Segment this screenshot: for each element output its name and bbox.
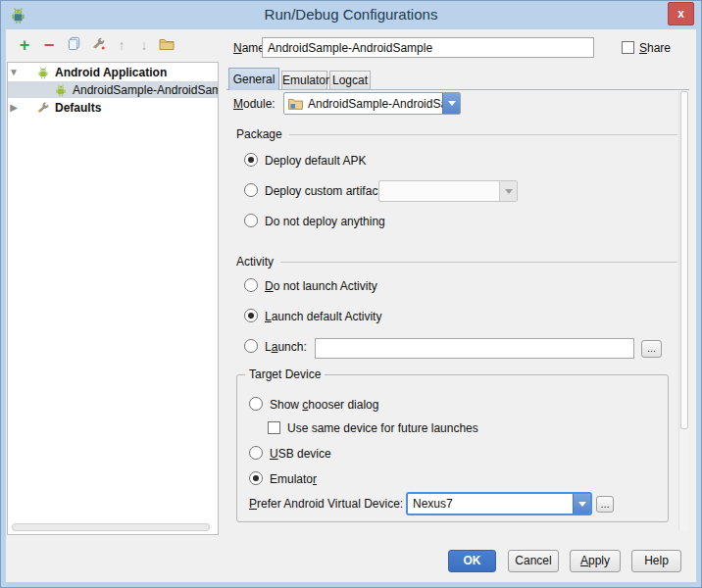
tree-item-defaults[interactable]: ▶ Defaults [8,99,218,116]
separator-line [289,134,677,135]
launch-activity-input[interactable] [315,338,634,359]
android-icon [53,83,68,97]
ellipsis-icon: ... [600,498,609,510]
module-value: AndroidSample-AndroidSample [303,97,442,111]
window-border-right [696,29,701,582]
launch-custom-radio[interactable] [244,339,258,353]
activity-legend: Activity [236,255,274,269]
use-same-device-checkbox[interactable] [268,421,280,434]
tree-scrollbar-thumb[interactable] [12,523,210,531]
avd-dropdown-button[interactable] [573,494,590,514]
remove-icon: − [44,36,55,54]
dialog-title: Run/Debug Configurations [1,6,701,23]
share-checkbox[interactable] [622,41,634,54]
collapse-arrow-icon[interactable]: ▼ [8,67,20,77]
edit-defaults-wrench-icon [91,36,106,54]
tab-strip-divider [226,89,689,90]
android-icon [35,66,50,79]
name-input[interactable] [262,37,594,58]
content-scrollbar-thumb[interactable] [680,91,688,429]
target-device-group: Target Device Show chooser dialog Use sa… [236,374,669,522]
separator-line [280,262,677,263]
window-border-bottom [1,582,701,587]
remove-configuration-button[interactable]: − [39,35,59,55]
module-combobox[interactable]: AndroidSample-AndroidSample [283,92,461,115]
tree-item-label: Defaults [55,101,101,115]
move-up-icon: ↑ [119,38,125,52]
close-icon: x [677,7,684,21]
tree-item-label: AndroidSample-AndroidSample [73,83,218,97]
move-up-button[interactable]: ↑ [112,35,131,55]
launch-activity-browse-button[interactable]: ... [641,340,662,358]
new-folder-button[interactable] [157,35,176,55]
avd-value: Nexus7 [408,497,573,511]
usb-device-radio[interactable] [249,446,263,460]
avd-label: Prefer Android Virtual Device: [249,497,403,511]
launch-default-radio[interactable] [244,309,258,322]
tree-item-androidsample[interactable]: AndroidSample-AndroidSample [8,81,218,98]
ok-button[interactable]: OK [448,550,496,572]
copy-icon [67,36,81,54]
target-device-legend: Target Device [245,368,325,381]
do-not-deploy-radio[interactable] [244,214,258,227]
titlebar[interactable]: Run/Debug Configurations x [1,1,701,29]
module-folder-icon [288,98,303,110]
do-not-launch-radio[interactable] [244,278,258,292]
expand-arrow-icon[interactable]: ▶ [8,102,20,113]
content-vertical-scrollbar[interactable] [678,91,689,530]
run-debug-configurations-dialog: Run/Debug Configurations x + − ↑ [0,0,702,588]
share-label: Share [639,41,671,55]
tree-horizontal-scrollbar[interactable] [12,523,212,531]
deploy-custom-artifact-radio[interactable] [244,183,258,197]
ellipsis-icon: ... [647,342,656,354]
tree-item-label: Android Application [55,66,167,79]
copy-configuration-button[interactable] [64,35,83,55]
activity-section-header: Activity [236,255,677,269]
move-down-button[interactable]: ↓ [134,35,154,55]
deploy-default-apk-radio[interactable] [244,153,258,167]
chevron-down-icon [448,101,456,106]
new-folder-icon [159,37,175,54]
apply-button[interactable]: Apply [570,550,621,572]
package-section-header: Package [236,127,677,141]
wrench-icon [35,101,50,115]
tree-item-android-application[interactable]: ▼ Andro [8,64,218,80]
cancel-button[interactable]: Cancel [508,550,559,572]
tab-logcat[interactable]: Logcat [329,71,371,90]
tab-emulator[interactable]: Emulator [281,71,327,90]
module-label: Module: [233,97,276,111]
configurations-tree: ▼ Andro [7,62,219,535]
chevron-down-icon [505,189,513,194]
avd-combobox[interactable]: Nexus7 [406,492,592,515]
package-legend: Package [236,127,282,141]
chevron-down-icon [578,502,586,507]
custom-artifact-combobox [378,180,518,202]
module-dropdown-button[interactable] [442,93,460,114]
close-button[interactable]: x [668,2,694,25]
add-configuration-button[interactable]: + [15,35,34,55]
avd-browse-button[interactable]: ... [596,496,614,513]
edit-defaults-button[interactable] [88,35,108,55]
tab-general[interactable]: General [228,68,279,90]
show-chooser-radio[interactable] [249,397,263,411]
custom-artifact-dropdown-button [499,181,517,201]
move-down-icon: ↓ [141,38,148,52]
help-button[interactable]: Help [631,550,681,572]
add-icon: + [20,36,30,54]
window-border-left [1,29,6,582]
emulator-radio[interactable] [249,471,263,485]
